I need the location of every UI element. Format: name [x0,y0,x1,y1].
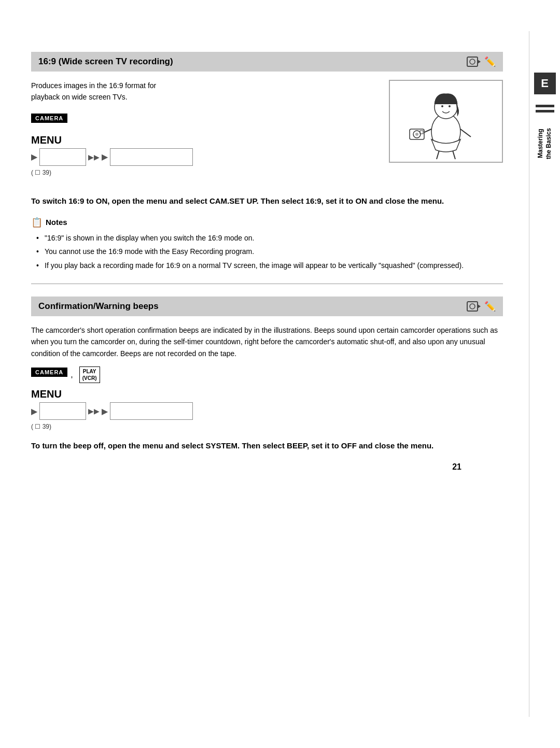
section2-icons: ✏️ [467,301,496,312]
note-item-3: If you play back a recording made for 16… [36,260,503,271]
section1-description: Produces images in the 16:9 format for p… [31,80,379,103]
section2-camera-icon [467,301,481,312]
notes-list: "16:9" is shown in the display when you … [31,232,503,271]
svg-marker-1 [478,60,481,64]
section1-menu-flow: ▶ ▶▶ ▶ [31,148,379,166]
right-sidebar: E Mastering the Basics [529,31,560,717]
svg-rect-0 [467,57,478,66]
page-container: 16:9 (Wide screen TV recording) ✏️ Produ… [0,0,560,748]
section-divider [31,284,503,284]
section2-double-arrow: ▶▶ [88,407,100,415]
comma: , [71,370,73,379]
sidebar-line-1 [536,105,554,107]
section1-layout: Produces images in the 16:9 format for p… [31,80,503,186]
section2-pencil-icon: ✏️ [484,301,496,312]
girl-camera-illustration [394,82,498,160]
section2-title: Confirmation/Warning beeps [38,301,159,312]
sidebar-lines [536,105,554,112]
camera-icon [467,56,481,67]
section1-menu-box1 [39,148,86,166]
section1-arrow1: ▶ [31,152,37,162]
section2-description: The camcorder's short operation confirma… [31,324,503,359]
section2-page-ref: ( ☐ 39) [31,423,503,430]
section2-arrow1: ▶ [31,406,37,416]
svg-marker-16 [478,304,481,308]
note-item-1: "16:9" is shown in the display when you … [36,232,503,244]
svg-point-17 [470,304,475,309]
svg-point-2 [470,59,475,64]
section1-camera-badge: CAMERA [31,114,67,123]
note-item-2: You cannot use the 16:9 mode with the Ea… [36,246,503,257]
section1-icons: ✏️ [467,56,496,67]
main-content: 16:9 (Wide screen TV recording) ✏️ Produ… [0,31,529,717]
section2-instruction: To turn the beep off, open the menu and … [31,440,503,452]
section1-instruction: To switch 16:9 to ON, open the menu and … [31,195,503,207]
section2-play-vcr-badge: PLAY (VCR) [79,366,100,383]
section1-camera-badge-row: CAMERA [31,114,379,128]
section2-arrow2: ▶ [102,406,108,416]
svg-line-12 [460,129,471,137]
section2-header: Confirmation/Warning beeps ✏️ [31,297,503,316]
svg-point-5 [441,105,443,107]
svg-point-6 [449,105,451,107]
section2: Confirmation/Warning beeps ✏️ The camcor… [31,297,503,452]
section1-title: 16:9 (Wide screen TV recording) [38,57,173,67]
svg-point-10 [415,133,418,136]
svg-rect-15 [467,302,478,311]
section2-camera-badge: CAMERA [31,368,67,377]
section1-page-ref: ( ☐ 39) [31,169,379,176]
section2-menu-box2 [110,402,193,420]
section1-double-arrow: ▶▶ [88,153,100,161]
section1-header: 16:9 (Wide screen TV recording) ✏️ [31,52,503,72]
notes-header: 📋 Notes [31,217,503,228]
mastering-text: Mastering the Basics [537,128,553,159]
section2-badge-row: CAMERA , PLAY (VCR) [31,366,503,383]
section2-menu-flow: ▶ ▶▶ ▶ [31,402,503,420]
tab-e: E [534,73,556,94]
section2-menu-label: MENU [31,388,503,400]
section1-menu-box2 [110,148,193,166]
section1-arrow2: ▶ [102,152,108,162]
page-number: 21 [0,462,461,472]
notes-icon: 📋 [31,217,43,228]
notes-label: Notes [46,218,67,227]
section1-menu-label: MENU [31,134,379,146]
section2-menu-box1 [39,402,86,420]
section1-notes: 📋 Notes "16:9" is shown in the display w… [31,217,503,271]
pencil-icon: ✏️ [484,56,496,67]
section1-text: Produces images in the 16:9 format for p… [31,80,379,186]
section1-illustration [389,80,503,163]
sidebar-line-2 [536,110,554,112]
